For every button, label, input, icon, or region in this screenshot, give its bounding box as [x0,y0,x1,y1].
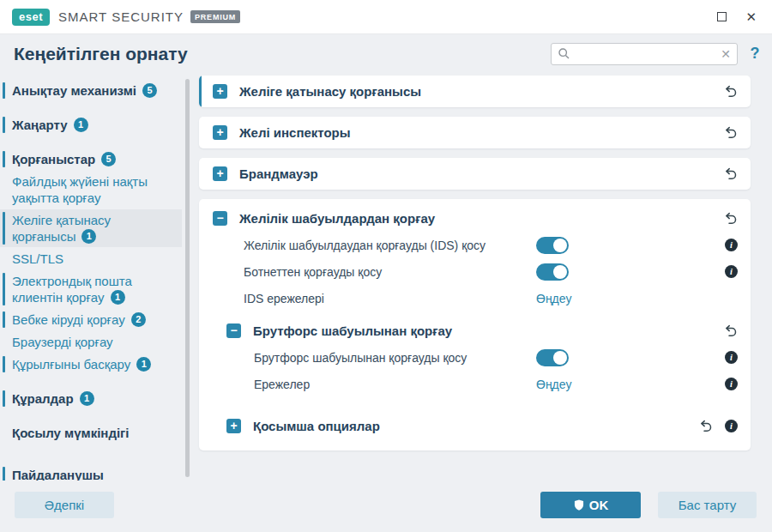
count-badge: 5 [142,83,157,98]
subsection-brute-force: − Брутфорс шабуылынан қорғау [199,317,751,344]
sidebar-item-update[interactable]: Жаңарту1 [0,114,182,136]
modified-indicator [3,117,5,133]
search-icon [558,47,570,60]
count-badge: 1 [111,290,125,305]
info-icon[interactable]: i [725,378,738,390]
setting-row-rules: Ережелер Өңдеу i [199,371,751,397]
info-icon[interactable]: i [725,265,738,278]
shield-icon [573,499,585,511]
setting-label: IDS ережелері [244,292,536,305]
subsection-title: Қосымша опциялар [253,419,380,433]
setting-row-botnet-enable: Ботнеттен қорғауды қосу i [199,258,751,285]
setting-label: Желілік шабуылдаудан қорғауды (IDS) қосу [244,239,536,252]
sidebar-item-tools[interactable]: Құралдар1 [0,388,182,409]
sidebar: Анықтау механизмі5 Жаңарту1 Қорғаныстар5… [0,73,197,532]
count-badge: 1 [74,118,88,132]
sidebar-item-user-interface[interactable]: Пайдаланушы интерфейсі2 [0,464,182,481]
section-card-network-access: + Желіге қатынасу қорғанысы [199,76,751,107]
modified-indicator [3,390,5,407]
premium-badge: PREMIUM [190,10,240,23]
eset-logo: eset [12,9,50,26]
section-title: Желі инспекторы [239,125,351,140]
defaults-button[interactable]: Әдепкі [15,492,114,518]
section-card-network-inspector: + Желі инспекторы [199,117,751,148]
sidebar-item-detection-engine[interactable]: Анықтау механизмі5 [0,80,182,101]
botnet-toggle-on[interactable] [536,263,569,281]
count-badge: 2 [131,312,146,327]
collapse-button[interactable]: − [226,323,241,338]
setting-label: Брутфорс шабуылынан қорғауды қосу [254,351,536,365]
header-row: Кеңейтілген орнату ✕ ? [0,34,772,73]
revert-icon[interactable] [698,419,713,433]
setting-label: Ережелер [254,378,536,391]
brute-force-toggle-on[interactable] [536,349,569,366]
modified-indicator [3,212,5,245]
sidebar-item-email-client-protection[interactable]: Электрондық пошта клиентін қорғау1 [0,270,182,308]
sidebar-item-realtime-protection[interactable]: Файлдық жүйені нақты уақытта қорғау [0,171,182,209]
count-badge: 5 [101,152,116,166]
info-icon[interactable]: i [725,351,738,364]
help-icon[interactable]: ? [738,45,772,63]
sidebar-item-connectivity[interactable]: Қосылу мүмкіндігі [0,422,182,444]
setting-row-ids-rules: IDS ережелері Өңдеу [199,285,751,311]
sidebar-item-protections[interactable]: Қорғаныстар5 [0,148,182,170]
section-title: Желілік шабуылдардан қорғау [239,211,435,226]
product-name: SMART SECURITY [58,9,184,24]
modified-indicator [3,311,5,328]
sidebar-item-browser-protection[interactable]: Браузерді қорғау [0,331,182,353]
settings-panel: + Желіге қатынасу қорғанысы + Желі инспе… [197,73,772,532]
modified-indicator [3,467,5,481]
eset-settings-window: eset SMART SECURITY PREMIUM ✕ Кеңейтілге… [0,0,772,532]
subsection-title: Брутфорс шабуылынан қорғау [253,323,452,338]
section-title: Желіге қатынасу қорғанысы [239,84,421,99]
section-card-firewall: + Брандмауэр [199,158,751,190]
revert-icon[interactable] [723,211,738,226]
count-badge: 1 [81,229,96,244]
revert-icon[interactable] [723,166,738,181]
setting-row-brute-force-enable: Брутфорс шабуылынан қорғауды қосу i [199,344,751,371]
footer: Әдепкі OK Бас тарту [0,483,772,532]
cancel-button[interactable]: Бас тарту [658,492,757,518]
expand-button[interactable]: + [213,125,227,140]
count-badge: 1 [80,391,94,406]
edit-link[interactable]: Өңдеу [536,292,571,305]
sidebar-item-network-access-protection[interactable]: Желіге қатынасу қорғанысы1 [0,209,182,247]
section-title: Брандмауэр [239,166,318,181]
modified-indicator [3,273,5,305]
setting-label: Ботнеттен қорғауды қосу [244,265,536,279]
setting-row-ids-enable: Желілік шабуылдаудан қорғауды (IDS) қосу… [199,232,751,258]
ids-toggle-on[interactable] [536,237,569,254]
section-card-network-attack-protection: − Желілік шабуылдардан қорғау Желілік ша… [199,199,751,450]
search-clear-icon[interactable]: ✕ [721,48,731,60]
revert-icon[interactable] [723,323,738,338]
active-section-indicator [199,76,202,107]
titlebar: eset SMART SECURITY PREMIUM ✕ [0,0,772,34]
sidebar-item-ssl-tls[interactable]: SSL/TLS [0,248,182,269]
expand-button[interactable]: + [213,166,227,181]
search-input[interactable] [570,46,721,61]
sidebar-scrollbar[interactable] [185,79,190,477]
revert-icon[interactable] [723,84,738,99]
count-badge: 1 [136,357,151,372]
page-title: Кеңейтілген орнату [14,44,188,64]
expand-button[interactable]: + [213,84,227,99]
subsection-advanced-options: + Қосымша опциялар i [199,411,751,440]
close-button[interactable]: ✕ [745,10,757,23]
search-box[interactable]: ✕ [551,43,738,65]
info-icon[interactable]: i [725,420,738,432]
modified-indicator [3,356,5,372]
modified-indicator [3,151,5,167]
collapse-button[interactable]: − [213,211,227,226]
revert-icon[interactable] [723,125,738,140]
info-icon[interactable]: i [725,239,738,251]
sidebar-item-device-control[interactable]: Құрылғыны басқару1 [0,354,182,375]
maximize-button[interactable] [717,12,727,21]
modified-indicator [3,82,5,99]
expand-button[interactable]: + [226,419,241,433]
ok-button[interactable]: OK [540,492,641,518]
sidebar-item-web-access-protection[interactable]: Вебке кіруді қорғау2 [0,309,182,330]
edit-link[interactable]: Өңдеу [536,378,571,391]
